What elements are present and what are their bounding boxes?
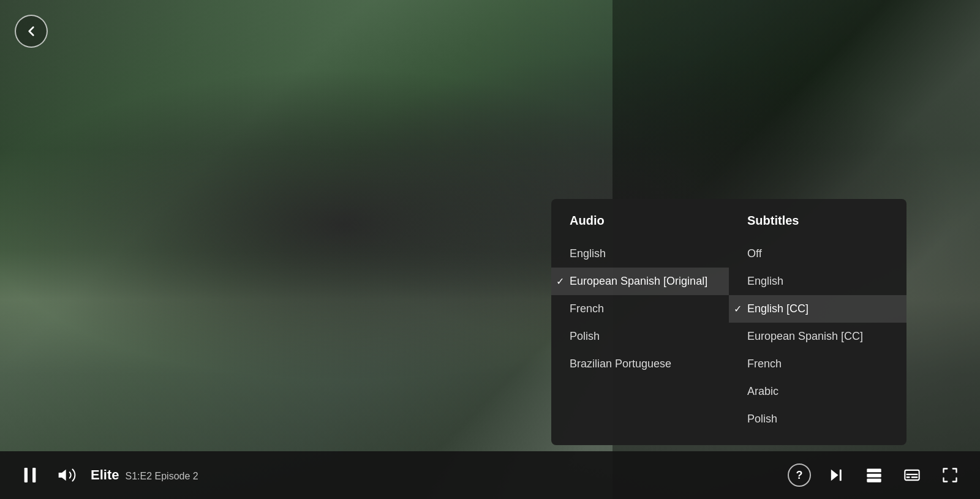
subtitles-panel: Subtitles Off English ✓ English [CC] Eur… <box>729 199 907 445</box>
right-controls: ? <box>788 462 963 488</box>
audio-european-spanish-label: European Spanish [Original] <box>570 275 707 288</box>
subtitle-arabic-label: Arabic <box>747 385 778 398</box>
episodes-button[interactable] <box>861 462 887 488</box>
svg-rect-6 <box>867 474 881 478</box>
volume-button[interactable] <box>54 462 80 488</box>
help-button[interactable]: ? <box>788 463 811 487</box>
subtitle-english-label: English <box>747 275 783 288</box>
audio-brazilian-portuguese-label: Brazilian Portuguese <box>570 358 671 370</box>
av-menu: Audio English ✓ European Spanish [Origin… <box>551 199 907 445</box>
controls-bar: Elite S1:E2 Episode 2 ? <box>0 451 980 499</box>
subtitle-french-label: French <box>747 358 782 370</box>
fullscreen-button[interactable] <box>937 462 963 488</box>
audio-french-label: French <box>570 302 604 315</box>
audio-panel: Audio English ✓ European Spanish [Origin… <box>551 199 729 445</box>
subtitle-european-spanish-cc-label: European Spanish [CC] <box>747 330 863 343</box>
subtitle-off-label: Off <box>747 247 762 260</box>
subtitle-english-cc-label: English [CC] <box>747 302 809 315</box>
audio-item-european-spanish[interactable]: ✓ European Spanish [Original] <box>551 268 729 295</box>
audio-english-label: English <box>570 247 606 260</box>
subtitle-item-french[interactable]: French <box>729 350 907 378</box>
audio-item-brazilian-portuguese[interactable]: Brazilian Portuguese <box>551 350 729 378</box>
audio-polish-label: Polish <box>570 330 600 343</box>
audio-header: Audio <box>551 209 729 240</box>
audio-item-french[interactable]: French <box>551 295 729 323</box>
back-button[interactable] <box>15 15 48 48</box>
subtitle-item-english-cc[interactable]: ✓ English [CC] <box>729 295 907 323</box>
subtitle-item-polish[interactable]: Polish <box>729 405 907 433</box>
audio-check-european-spanish: ✓ <box>556 276 564 287</box>
svg-rect-9 <box>907 476 910 478</box>
subtitles-button[interactable] <box>899 462 925 488</box>
audio-item-english[interactable]: English <box>551 240 729 268</box>
help-label: ? <box>796 469 803 482</box>
pause-button[interactable] <box>17 462 43 488</box>
subtitle-item-off[interactable]: Off <box>729 240 907 268</box>
next-episode-button[interactable] <box>823 462 849 488</box>
svg-rect-10 <box>911 476 918 478</box>
svg-rect-7 <box>867 479 881 482</box>
svg-rect-4 <box>840 470 842 481</box>
subtitle-polish-label: Polish <box>747 413 777 426</box>
subtitle-item-english[interactable]: English <box>729 268 907 295</box>
svg-rect-5 <box>867 469 881 473</box>
svg-rect-11 <box>907 474 918 475</box>
show-meta: S1:E2 Episode 2 <box>125 471 198 482</box>
subtitle-item-european-spanish-cc[interactable]: European Spanish [CC] <box>729 323 907 350</box>
svg-rect-1 <box>32 468 36 482</box>
show-info: Elite S1:E2 Episode 2 <box>91 467 777 483</box>
show-title: Elite <box>91 467 119 483</box>
subtitles-header: Subtitles <box>729 209 907 240</box>
svg-marker-2 <box>59 470 66 481</box>
svg-rect-0 <box>24 468 28 482</box>
svg-marker-3 <box>831 470 839 481</box>
subtitle-item-arabic[interactable]: Arabic <box>729 378 907 405</box>
audio-item-polish[interactable]: Polish <box>551 323 729 350</box>
subtitle-check-english-cc: ✓ <box>734 303 742 315</box>
